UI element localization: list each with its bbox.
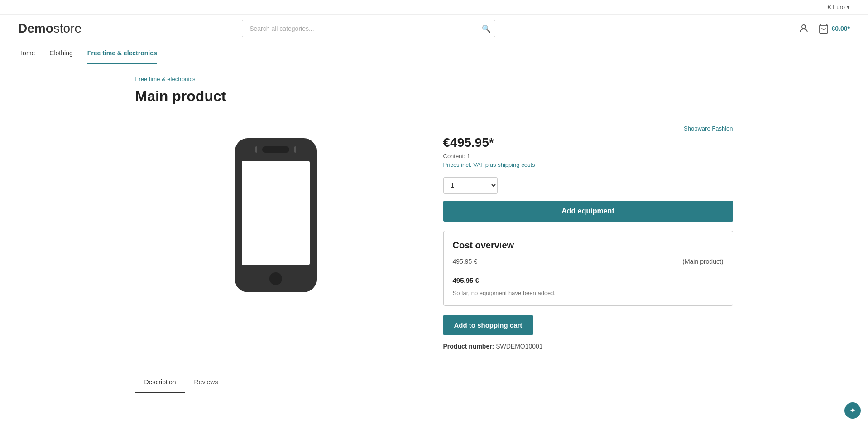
manufacturer-link[interactable]: Shopware Fashion [684,125,733,132]
quantity-select[interactable]: 1 2 3 [443,177,498,194]
product-details: Shopware Fashion €495.95* Content: 1 Pri… [443,116,733,350]
search-bar: 🔍 [242,20,495,37]
vat-link[interactable]: Prices incl. VAT plus shipping costs [443,161,733,168]
product-content: Content: 1 [443,153,733,160]
quantity-row: 1 2 3 [443,177,733,194]
header-actions: €0.00* [798,23,850,34]
svg-rect-7 [294,146,296,153]
cart-icon [818,23,829,34]
nav-item-electronics[interactable]: Free time & electronics [87,43,157,64]
cost-overview: Cost overview 495.95 € (Main product) 49… [443,231,733,306]
cost-note: So far, no equipment have been added. [453,290,724,296]
top-bar: € Euro ▾ [0,0,868,15]
svg-rect-6 [255,146,257,153]
product-number: Product number: SWDEMO10001 [443,343,733,350]
currency-label: € Euro [828,4,845,10]
tabs-bar: Description Reviews [135,372,733,393]
add-to-cart-row: Add to shopping cart [443,315,733,343]
currency-arrow-icon: ▾ [847,4,850,10]
header: Demostore 🔍 €0.00* [0,15,868,43]
main-nav: Home Clothing Free time & electronics [0,43,868,64]
svg-point-5 [269,272,282,285]
nav-item-clothing[interactable]: Clothing [49,43,72,64]
main-content: Free time & electronics Main product [117,64,751,404]
cost-line: 495.95 € (Main product) [453,258,724,271]
add-to-cart-button[interactable]: Add to shopping cart [443,315,533,335]
svg-rect-4 [262,146,289,153]
product-number-label: Product number: [443,343,494,350]
cart-amount: €0.00* [832,25,850,32]
product-layout: Shopware Fashion €495.95* Content: 1 Pri… [135,116,733,350]
cart-button[interactable]: €0.00* [818,23,850,34]
corner-badge[interactable]: ✦ [844,402,861,404]
svg-point-0 [802,25,806,29]
product-price: €495.95* [443,136,733,150]
tabs-section: Description Reviews [135,372,733,393]
nav-item-home[interactable]: Home [18,43,35,64]
tab-reviews[interactable]: Reviews [185,372,227,393]
add-equipment-button[interactable]: Add equipment [443,201,733,222]
cost-overview-title: Cost overview [453,240,724,251]
search-input[interactable] [242,20,495,37]
search-button[interactable]: 🔍 [482,24,491,33]
product-number-value: SWDEMO10001 [496,343,542,350]
logo-light: store [53,21,82,35]
product-image-area [135,116,416,315]
breadcrumb: Free time & electronics [135,75,733,82]
logo-bold: Demo [18,21,53,35]
logo[interactable]: Demostore [18,21,82,36]
account-button[interactable] [798,23,809,34]
cost-line-amount: 495.95 € [453,258,478,265]
cost-line-note: (Main product) [682,258,723,265]
svg-rect-3 [242,161,310,265]
user-icon [798,23,809,34]
tab-description[interactable]: Description [135,372,185,393]
currency-selector[interactable]: € Euro ▾ [828,4,850,10]
product-title: Main product [135,88,733,105]
product-manufacturer: Shopware Fashion [443,125,733,132]
product-image [230,134,321,297]
breadcrumb-link[interactable]: Free time & electronics [135,76,196,82]
cost-total: 495.95 € [453,276,724,284]
